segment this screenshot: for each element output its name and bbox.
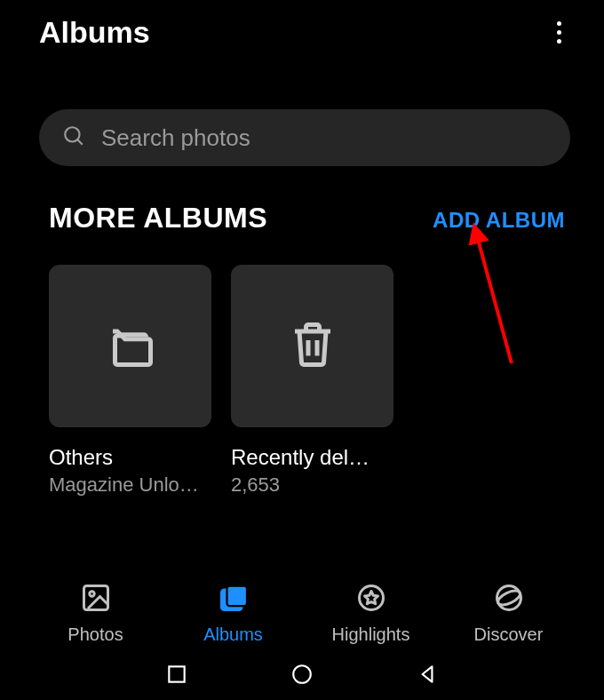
home-button[interactable] bbox=[290, 663, 314, 689]
search-input[interactable] bbox=[101, 124, 547, 152]
album-name: Others bbox=[49, 445, 211, 470]
svg-point-8 bbox=[359, 586, 383, 610]
nav-label: Discover bbox=[474, 624, 544, 645]
photos-icon bbox=[80, 582, 112, 617]
trash-icon bbox=[286, 318, 339, 375]
highlights-icon bbox=[355, 582, 387, 617]
album-subtitle: Magazine Unlo… bbox=[49, 473, 211, 497]
section-title: MORE ALBUMS bbox=[49, 202, 267, 235]
search-bar[interactable] bbox=[39, 109, 570, 166]
svg-line-1 bbox=[77, 139, 82, 144]
album-item-others[interactable]: Others Magazine Unlo… bbox=[49, 265, 211, 497]
album-thumbnail bbox=[231, 265, 393, 427]
nav-photos[interactable]: Photos bbox=[43, 582, 149, 645]
nav-label: Highlights bbox=[332, 624, 410, 645]
album-thumbnail bbox=[49, 265, 211, 427]
back-button[interactable] bbox=[416, 663, 439, 689]
svg-rect-11 bbox=[169, 666, 184, 681]
nav-albums[interactable]: Albums bbox=[180, 582, 287, 645]
recent-apps-button[interactable] bbox=[165, 663, 188, 689]
bottom-nav: Photos Albums Highlights Discover bbox=[0, 582, 604, 645]
discover-icon bbox=[493, 582, 525, 617]
nav-highlights[interactable]: Highlights bbox=[318, 582, 425, 645]
add-album-button[interactable]: ADD ALBUM bbox=[433, 208, 565, 233]
svg-point-0 bbox=[65, 127, 79, 141]
more-menu-button[interactable] bbox=[548, 12, 570, 52]
albums-icon bbox=[218, 582, 250, 617]
dots-icon bbox=[557, 21, 561, 26]
folder-icon bbox=[104, 318, 157, 375]
svg-point-12 bbox=[293, 665, 311, 683]
page-title: Albums bbox=[39, 15, 150, 50]
svg-rect-4 bbox=[83, 586, 107, 610]
svg-point-5 bbox=[89, 592, 93, 596]
nav-label: Photos bbox=[68, 624, 123, 645]
nav-discover[interactable]: Discover bbox=[456, 582, 562, 645]
svg-rect-7 bbox=[226, 586, 247, 607]
system-nav bbox=[0, 651, 604, 700]
search-icon bbox=[62, 124, 85, 151]
nav-label: Albums bbox=[203, 624, 263, 645]
album-name: Recently del… bbox=[231, 445, 393, 470]
album-item-recently-deleted[interactable]: Recently del… 2,653 bbox=[231, 265, 393, 497]
album-subtitle: 2,653 bbox=[231, 473, 393, 497]
